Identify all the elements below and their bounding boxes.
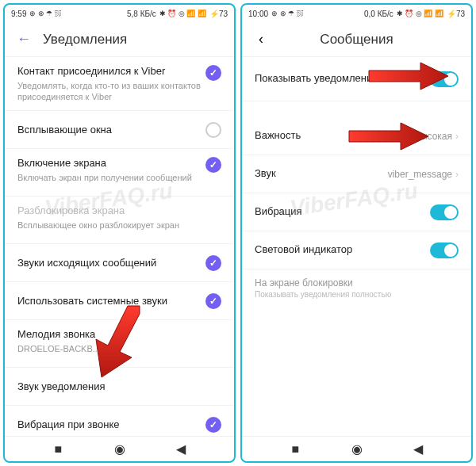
status-icons-left: ⊕ ⊗ ☂ ⛆ <box>271 10 304 17</box>
nav-recents[interactable]: ■ <box>50 441 66 457</box>
status-bar: 10:00 ⊕ ⊗ ☂ ⛆ 0,0 КБ/с ✱ ⏰ ◎ 📶 📶 ⚡73 <box>242 5 471 22</box>
status-icons-right: ✱ ⏰ ◎ 📶 📶 <box>397 10 443 17</box>
settings-list: Показывать уведомления Важность Высокая … <box>242 57 471 436</box>
row-sound[interactable]: Звук viber_message › <box>242 155 471 193</box>
row-importance[interactable]: Важность Высокая › <box>242 117 471 155</box>
toggle-switch[interactable] <box>430 204 459 220</box>
chevron-right-icon: › <box>455 131 459 142</box>
toggle-switch[interactable] <box>430 71 459 87</box>
battery-icon: ⚡73 <box>209 10 228 18</box>
status-icons-right: ✱ ⏰ ◎ 📶 📶 <box>159 10 206 17</box>
toggle-switch[interactable] <box>430 243 459 258</box>
nav-bar: ■ ◉ ◀ <box>5 436 234 461</box>
nav-back[interactable]: ◀ <box>410 441 426 457</box>
row-unlock-screen: Разблокировка экранаВсплывающее окно раз… <box>5 197 234 244</box>
back-button[interactable]: ← <box>14 30 33 49</box>
row-system-sounds[interactable]: Использовать системные звуки <box>5 282 234 320</box>
row-popup-windows[interactable]: Всплывающие окна <box>5 111 234 149</box>
status-data: 5,8 КБ/с <box>127 10 156 18</box>
status-time: 10:00 <box>248 10 268 18</box>
status-time: 9:59 <box>11 10 26 18</box>
nav-recents[interactable]: ■ <box>287 441 303 457</box>
nav-home[interactable]: ◉ <box>112 441 128 457</box>
checkbox-icon[interactable] <box>205 157 221 173</box>
row-contact-joined[interactable]: Контакт присоединился к ViberУведомлять,… <box>5 57 234 111</box>
row-vibration[interactable]: Вибрация <box>242 193 471 231</box>
battery-icon: ⚡73 <box>447 10 465 18</box>
row-notification-sound[interactable]: Звук уведомления <box>5 368 234 406</box>
row-vibrate-on-call[interactable]: Вибрация при звонке <box>5 406 234 436</box>
status-bar: 9:59 ⊕ ⊗ ☂ ⛆ 5,8 КБ/с ✱ ⏰ ◎ 📶 📶 ⚡73 <box>5 5 234 22</box>
page-title: Уведомления <box>43 32 127 48</box>
checkbox-icon[interactable] <box>205 293 221 309</box>
back-button[interactable]: ‹ <box>251 30 271 49</box>
nav-home[interactable]: ◉ <box>349 441 365 457</box>
status-data: 0,0 КБ/с <box>364 10 393 18</box>
row-show-notifications[interactable]: Показывать уведомления <box>242 57 471 101</box>
header: ‹ Сообщения <box>242 22 471 57</box>
row-light-indicator[interactable]: Световой индикатор <box>242 231 471 269</box>
settings-list: Контакт присоединился к ViberУведомлять,… <box>5 57 234 436</box>
chevron-right-icon: › <box>455 169 459 180</box>
header: ← Уведомления <box>5 22 234 57</box>
checkbox-icon[interactable] <box>205 417 221 433</box>
lockscreen-note[interactable]: На экране блокировки Показывать уведомле… <box>242 269 471 307</box>
row-outgoing-sounds[interactable]: Звуки исходящих сообщений <box>5 244 234 282</box>
left-screenshot: 9:59 ⊕ ⊗ ☂ ⛆ 5,8 КБ/с ✱ ⏰ ◎ 📶 📶 ⚡73 ← Ув… <box>3 3 236 463</box>
row-screen-on[interactable]: Включение экранаВключать экран при получ… <box>5 149 234 197</box>
checkbox-icon[interactable] <box>205 122 221 138</box>
checkbox-icon[interactable] <box>205 255 221 271</box>
status-icons-left: ⊕ ⊗ ☂ ⛆ <box>29 10 62 17</box>
row-ringtone[interactable]: Мелодия звонкаDROELOE-BACKB... <box>5 320 234 368</box>
checkbox-icon[interactable] <box>205 65 221 81</box>
page-title: Сообщения <box>280 32 433 48</box>
nav-back[interactable]: ◀ <box>173 441 189 457</box>
nav-bar: ■ ◉ ◀ <box>242 436 471 461</box>
right-screenshot: 10:00 ⊕ ⊗ ☂ ⛆ 0,0 КБ/с ✱ ⏰ ◎ 📶 📶 ⚡73 ‹ С… <box>240 3 473 463</box>
